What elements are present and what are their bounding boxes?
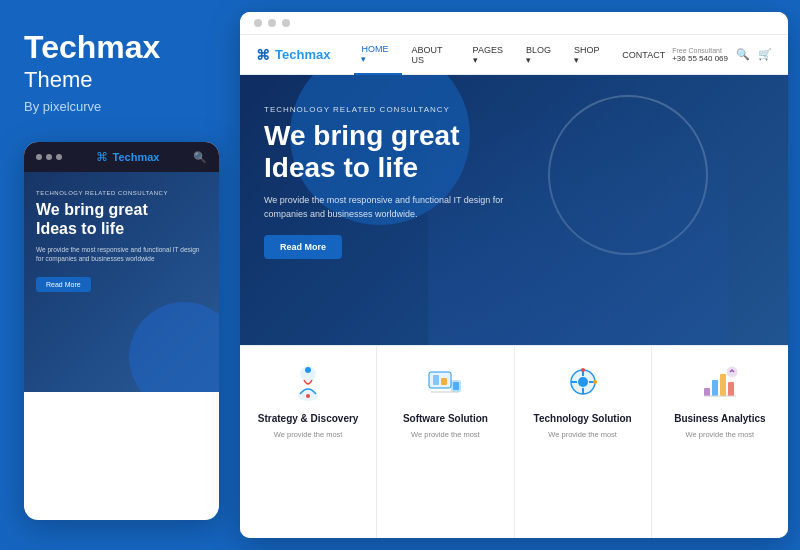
desktop-dot-1	[254, 19, 262, 27]
desktop-hero: TECHNOLOGY RELATED CONSULTANCY We bring …	[240, 75, 788, 345]
analytics-icon	[698, 360, 742, 404]
desktop-navbar: ⌘ Techmax HOME ▾ ABOUT US PAGES ▾ BLOG ▾…	[240, 35, 788, 75]
svg-rect-20	[728, 382, 734, 396]
nav-link-blog[interactable]: BLOG ▾	[519, 35, 565, 75]
strategy-desc: We provide the most	[274, 430, 343, 441]
svg-rect-6	[441, 378, 447, 385]
hero-tag: TECHNOLOGY RELATED CONSULTANCY	[264, 105, 544, 114]
svg-point-10	[578, 377, 588, 387]
mobile-hero-title: We bring great Ideas to life	[36, 200, 207, 238]
service-card-strategy: Strategy & Discovery We provide the most	[240, 346, 377, 538]
mobile-hero-tag: TECHNOLOGY RELATED CONSULTANCY	[36, 190, 207, 196]
mobile-read-more-button[interactable]: Read More	[36, 277, 91, 292]
nav-link-shop[interactable]: SHOP ▾	[567, 35, 613, 75]
software-desc: We provide the most	[411, 430, 480, 441]
analytics-title: Business Analytics	[674, 412, 765, 425]
mobile-hero: TECHNOLOGY RELATED CONSULTANCY We bring …	[24, 172, 219, 392]
mobile-top-bar: ⌘ Techmax 🔍	[24, 142, 219, 172]
service-card-analytics: Business Analytics We provide the most	[652, 346, 788, 538]
svg-point-3	[306, 394, 310, 398]
mobile-hero-desc: We provide the most responsive and funct…	[36, 245, 207, 263]
mobile-dot-1	[36, 154, 42, 160]
nav-phone-label: Free Consultant	[672, 47, 728, 54]
strategy-title: Strategy & Discovery	[258, 412, 359, 425]
nav-links: HOME ▾ ABOUT US PAGES ▾ BLOG ▾ SHOP ▾ CO…	[354, 35, 672, 75]
nav-link-contact[interactable]: CONTACT	[615, 35, 672, 75]
services-row: Strategy & Discovery We provide the most…	[240, 345, 788, 538]
svg-rect-17	[704, 388, 710, 396]
hero-read-more-button[interactable]: Read More	[264, 235, 342, 259]
nav-phone-number: +36 55 540 069	[672, 54, 728, 63]
hero-content: TECHNOLOGY RELATED CONSULTANCY We bring …	[264, 105, 544, 259]
svg-rect-5	[433, 375, 439, 385]
strategy-icon	[286, 360, 330, 404]
left-panel: Techmax Theme By pixelcurve ⌘ Techmax 🔍 …	[0, 0, 240, 550]
mobile-logo-icon: ⌘	[96, 150, 108, 164]
hero-desc: We provide the most responsive and funct…	[264, 194, 544, 221]
nav-link-pages[interactable]: PAGES ▾	[466, 35, 517, 75]
mobile-logo: ⌘ Techmax	[96, 150, 160, 164]
mobile-dots	[36, 154, 62, 160]
right-panel: ⌘ Techmax HOME ▾ ABOUT US PAGES ▾ BLOG ▾…	[240, 0, 800, 550]
desktop-mockup: ⌘ Techmax HOME ▾ ABOUT US PAGES ▾ BLOG ▾…	[240, 12, 788, 538]
service-card-software: Software Solution We provide the most	[377, 346, 514, 538]
mobile-hero-content: TECHNOLOGY RELATED CONSULTANCY We bring …	[36, 190, 207, 292]
software-title: Software Solution	[403, 412, 488, 425]
software-icon	[423, 360, 467, 404]
svg-point-2	[305, 367, 311, 373]
nav-link-about[interactable]: ABOUT US	[404, 35, 463, 75]
nav-cart-icon[interactable]: 🛒	[758, 48, 772, 61]
brand-sub: Theme	[24, 67, 216, 93]
technology-desc: We provide the most	[548, 430, 617, 441]
technology-title: Technology Solution	[534, 412, 632, 425]
brand-author: By pixelcurve	[24, 99, 216, 114]
mobile-search-icon[interactable]: 🔍	[193, 151, 207, 164]
svg-point-21	[727, 367, 737, 377]
svg-point-16	[593, 380, 597, 384]
mobile-dot-2	[46, 154, 52, 160]
svg-point-15	[581, 368, 585, 372]
svg-rect-4	[429, 372, 451, 388]
nav-link-home[interactable]: HOME ▾	[354, 35, 402, 75]
desktop-dot-2	[268, 19, 276, 27]
desktop-nav-logo: ⌘ Techmax	[256, 47, 330, 63]
brand-title: Techmax	[24, 30, 216, 65]
nav-phone-block: Free Consultant +36 55 540 069	[672, 47, 728, 63]
nav-logo-icon: ⌘	[256, 47, 270, 63]
nav-logo-text: Techmax	[275, 47, 330, 62]
nav-search-icon[interactable]: 🔍	[736, 48, 750, 61]
mobile-logo-text: Techmax	[113, 151, 160, 163]
technology-icon	[561, 360, 605, 404]
svg-rect-18	[712, 380, 718, 396]
svg-rect-8	[453, 382, 459, 390]
analytics-desc: We provide the most	[686, 430, 755, 441]
mobile-dot-3	[56, 154, 62, 160]
nav-right: Free Consultant +36 55 540 069 🔍 🛒	[672, 47, 772, 63]
desktop-dot-3	[282, 19, 290, 27]
hero-title: We bring great Ideas to life	[264, 120, 544, 184]
svg-rect-19	[720, 374, 726, 396]
service-card-technology: Technology Solution We provide the most	[515, 346, 652, 538]
desktop-title-bar	[240, 12, 788, 35]
mobile-mockup: ⌘ Techmax 🔍 TECHNOLOGY RELATED CONSULTAN…	[24, 142, 219, 520]
